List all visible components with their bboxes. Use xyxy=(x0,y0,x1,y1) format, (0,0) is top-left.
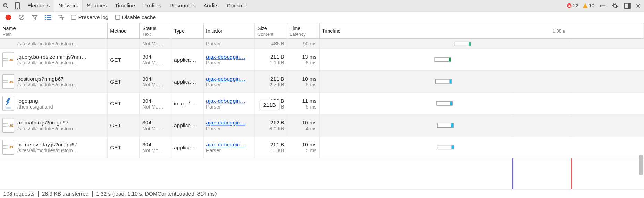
disable-cache-label: Disable cache xyxy=(122,14,156,20)
cell-method xyxy=(108,39,140,48)
file-name: jquery.ba-resize.min.js?nm… xyxy=(17,53,105,60)
disable-cache-checkbox[interactable]: Disable cache xyxy=(112,14,158,20)
cell-time: 11 ms5 ms xyxy=(287,93,320,114)
js-file-icon: ≡≡≡≡≡≡JS xyxy=(2,74,14,89)
cell-size: 212 B8.0 KB xyxy=(255,114,287,136)
svg-rect-9 xyxy=(47,17,51,17)
initiator-link[interactable]: ajax-debuggin… xyxy=(206,97,245,104)
cell-time: 90 ms xyxy=(287,39,320,48)
initiator-link[interactable]: ajax-debuggin… xyxy=(206,53,245,60)
table-row[interactable]: ≡≡≡≡≡≡JSposition.js?nmgb67/sites/all/mod… xyxy=(0,71,644,93)
device-icon[interactable] xyxy=(11,0,23,11)
cell-initiator: Parser xyxy=(204,39,255,48)
file-name: logo.png xyxy=(17,97,105,104)
col-type[interactable]: Type xyxy=(171,23,204,38)
col-size[interactable]: Size Content xyxy=(255,23,287,38)
record-button[interactable] xyxy=(2,11,14,23)
network-toolbar: Preserve log Disable cache xyxy=(0,11,644,23)
settings-icon[interactable] xyxy=(609,0,621,11)
search-icon[interactable] xyxy=(0,0,11,11)
cell-status: 304Not Mo… xyxy=(140,114,171,136)
tab-profiles[interactable]: Profiles xyxy=(139,0,166,11)
svg-rect-7 xyxy=(47,15,51,15)
timing-bar xyxy=(455,41,471,46)
preserve-log-label: Preserve log xyxy=(78,14,108,20)
cell-size: 211 B1.5 KB xyxy=(255,137,287,158)
cell-status: 304Not Mo… xyxy=(140,93,171,114)
timeline-tick: 1.00 s xyxy=(552,28,565,33)
initiator-link[interactable]: ajax-debuggin… xyxy=(206,141,245,147)
initiator-link[interactable]: ajax-debuggin… xyxy=(206,119,245,126)
cell-initiator: ajax-debuggin…Parser xyxy=(204,137,255,158)
timing-bar xyxy=(436,101,453,106)
tab-resources[interactable]: Resources xyxy=(166,0,200,11)
network-table-header: Name Path Method Status Text Type Initia… xyxy=(0,23,644,39)
error-counter[interactable]: 22 xyxy=(566,3,580,9)
tabbar-right: 22 10 xyxy=(566,0,644,11)
cell-method: GET xyxy=(108,93,140,114)
cell-status: 304Not Mo… xyxy=(140,71,171,92)
filter-button[interactable] xyxy=(29,11,40,23)
drawer-icon[interactable] xyxy=(597,0,608,11)
tab-elements[interactable]: Elements xyxy=(23,0,54,11)
cell-timeline xyxy=(320,114,644,136)
col-name[interactable]: Name Path xyxy=(0,23,108,38)
col-initiator[interactable]: Initiator xyxy=(204,23,255,38)
cell-time: 10 ms5 ms xyxy=(287,137,320,158)
svg-point-2 xyxy=(17,8,18,8)
tab-network[interactable]: Network xyxy=(54,0,83,11)
timeline-view-button[interactable] xyxy=(56,11,67,23)
cell-method: GET xyxy=(108,137,140,158)
tab-audits[interactable]: Audits xyxy=(200,0,223,11)
col-status[interactable]: Status Text xyxy=(140,23,171,38)
cell-timeline xyxy=(320,93,644,114)
table-row[interactable]: /sites/all/modules/custom…Not Mo…Parser4… xyxy=(0,39,644,49)
table-row[interactable]: ≡≡≡≡≡≡JShome-overlay.js?nmgb67/sites/all… xyxy=(0,137,644,158)
tab-timeline[interactable]: Timeline xyxy=(111,0,139,11)
warning-counter[interactable]: 10 xyxy=(581,3,596,9)
js-file-icon: ≡≡≡≡≡≡JS xyxy=(2,118,14,133)
cell-timeline xyxy=(320,49,644,70)
cell-timeline xyxy=(320,39,644,48)
initiator-link[interactable]: ajax-debuggin… xyxy=(206,76,245,82)
network-summary: 108 requests ❘ 28.9 KB transferred ❘ 1.3… xyxy=(0,189,644,198)
cell-method: GET xyxy=(108,114,140,136)
cell-time: 10 ms4 ms xyxy=(287,114,320,136)
error-icon xyxy=(567,3,571,8)
file-path: /sites/all/modules/custom… xyxy=(17,60,105,66)
svg-point-12 xyxy=(61,15,62,16)
cell-status: Not Mo… xyxy=(140,39,171,48)
col-method[interactable]: Method xyxy=(108,23,140,38)
table-row[interactable]: ≡≡≡≡≡≡JSjquery.ba-resize.min.js?nm…/site… xyxy=(0,49,644,71)
timing-bar xyxy=(438,145,454,149)
file-path: /sites/all/modules/custom… xyxy=(17,147,105,153)
timing-bar xyxy=(434,57,451,62)
table-row[interactable]: ≡≡≡≡≡≡JSanimation.js?nmgb67/sites/all/mo… xyxy=(0,114,644,136)
cell-type: applica… xyxy=(171,49,204,70)
clear-button[interactable] xyxy=(16,11,27,23)
table-row[interactable]: logo.png/themes/garlandGET304Not Mo…imag… xyxy=(0,93,644,114)
dock-icon[interactable] xyxy=(622,0,633,11)
file-name: home-overlay.js?nmgb67 xyxy=(17,141,105,147)
tab-console[interactable]: Console xyxy=(223,0,251,11)
col-timeline[interactable]: Timeline 1.00 s xyxy=(320,23,644,38)
js-file-icon: ≡≡≡≡≡≡JS xyxy=(2,140,14,155)
close-icon[interactable] xyxy=(634,0,642,11)
svg-point-0 xyxy=(3,3,7,7)
timing-bar xyxy=(435,79,452,84)
tab-sources[interactable]: Sources xyxy=(83,0,111,11)
file-path: /sites/all/modules/custom… xyxy=(17,126,105,131)
cell-timeline xyxy=(320,71,644,92)
file-path: /sites/all/modules/custom… xyxy=(17,82,105,88)
cell-size: 211 B1.1 KB xyxy=(255,49,287,70)
cell-type: applica… xyxy=(171,114,204,136)
cell-method: GET xyxy=(108,49,140,70)
timing-bar xyxy=(437,123,454,128)
preserve-log-checkbox[interactable]: Preserve log xyxy=(69,14,111,20)
svg-rect-4 xyxy=(628,3,630,8)
checkbox-icon xyxy=(115,15,120,19)
large-rows-button[interactable] xyxy=(42,11,54,23)
scrollbar-thumb[interactable] xyxy=(639,155,643,175)
file-path: /themes/garland xyxy=(17,104,105,110)
col-time[interactable]: Time Latency xyxy=(287,23,320,38)
